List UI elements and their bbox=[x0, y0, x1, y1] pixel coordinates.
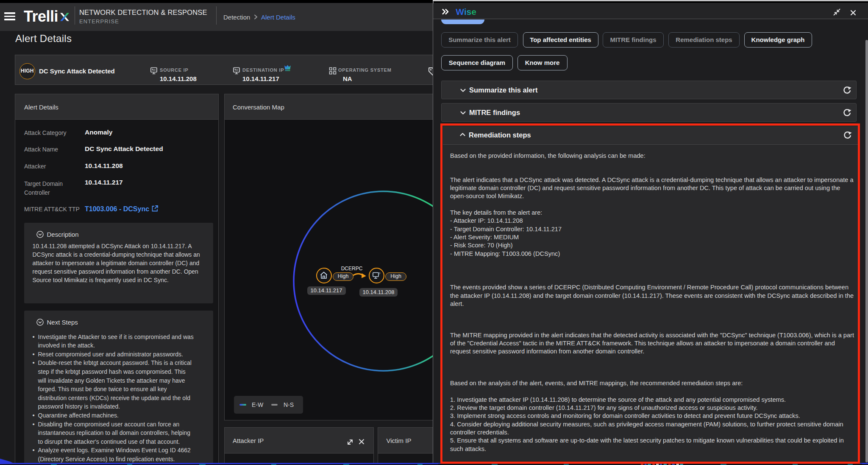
svg-text:?: ? bbox=[378, 272, 381, 275]
